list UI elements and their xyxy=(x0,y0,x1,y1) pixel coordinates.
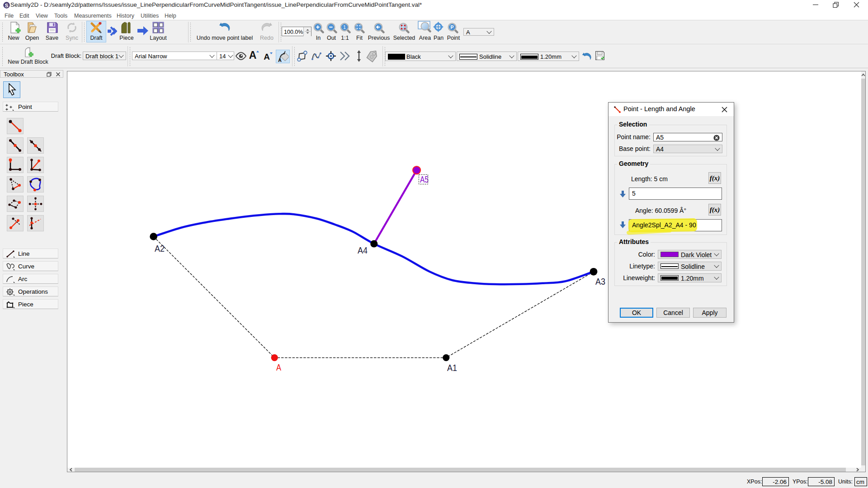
svg-text:P: P xyxy=(450,24,453,30)
svg-text:S: S xyxy=(5,3,9,8)
svg-text:A: A xyxy=(264,52,270,61)
svg-text:A4: A4 xyxy=(358,245,368,255)
svg-text:A2: A2 xyxy=(155,244,165,253)
svg-text:A: A xyxy=(249,49,256,61)
svg-text:A1: A1 xyxy=(447,363,457,373)
svg-text:A5: A5 xyxy=(420,174,429,184)
svg-text:A: A xyxy=(278,57,282,62)
svg-text:A3: A3 xyxy=(595,277,605,286)
svg-text:A: A xyxy=(276,362,282,372)
svg-text:1: 1 xyxy=(343,25,346,30)
